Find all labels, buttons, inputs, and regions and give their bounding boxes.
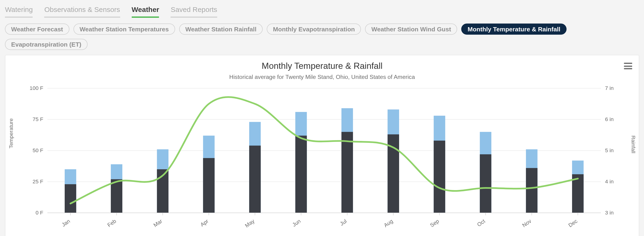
svg-text:Nov: Nov	[521, 218, 533, 228]
svg-text:75 F: 75 F	[32, 116, 43, 122]
y-right-axis-label: Rainfall	[630, 135, 636, 153]
svg-text:5 in: 5 in	[605, 147, 614, 153]
svg-text:6 in: 6 in	[605, 116, 614, 122]
svg-rect-22	[203, 158, 214, 213]
svg-rect-32	[434, 141, 445, 213]
pill-evapotranspiration-et-[interactable]: Evapotranspiration (ET)	[5, 39, 88, 50]
svg-rect-28	[342, 132, 353, 213]
tab-weather[interactable]: Weather	[132, 4, 159, 18]
svg-rect-26	[295, 136, 307, 213]
svg-text:50 F: 50 F	[32, 147, 43, 153]
pill-weather-station-wind-gust[interactable]: Weather Station Wind Gust	[365, 23, 457, 35]
svg-text:Apr: Apr	[199, 218, 210, 228]
tab-saved-reports[interactable]: Saved Reports	[171, 4, 217, 18]
pill-monthly-temperature-rainfall[interactable]: Monthly Temperature & Rainfall	[462, 23, 567, 35]
svg-text:Jan: Jan	[60, 218, 71, 228]
pill-weather-station-rainfall[interactable]: Weather Station Rainfall	[179, 23, 262, 35]
svg-text:4 in: 4 in	[605, 178, 614, 185]
hamburger-icon	[624, 63, 632, 64]
tab-observations-sensors[interactable]: Observations & Sensors	[44, 4, 120, 18]
svg-rect-24	[249, 146, 260, 213]
chart-title: Monthly Temperature & Rainfall	[11, 61, 633, 71]
chart-type-pillbar: Weather ForecastWeather Station Temperat…	[0, 18, 644, 55]
svg-rect-34	[480, 154, 491, 213]
svg-text:3 in: 3 in	[605, 210, 614, 216]
svg-rect-18	[111, 179, 122, 213]
svg-text:Oct: Oct	[476, 218, 486, 228]
svg-rect-16	[65, 184, 76, 213]
svg-text:0 F: 0 F	[36, 210, 43, 216]
svg-rect-36	[526, 168, 537, 213]
chart-menu-button[interactable]	[623, 61, 633, 71]
svg-text:May: May	[244, 218, 256, 229]
chart-subtitle: Historical average for Twenty Mile Stand…	[11, 73, 633, 80]
svg-text:100 F: 100 F	[30, 85, 43, 91]
chart-card: Monthly Temperature & Rainfall Historica…	[5, 55, 639, 236]
svg-text:Mar: Mar	[152, 218, 163, 228]
pill-weather-station-temperatures[interactable]: Weather Station Temperatures	[73, 23, 175, 35]
svg-text:Aug: Aug	[383, 218, 394, 229]
main-tabs: WateringObservations & SensorsWeatherSav…	[0, 0, 644, 18]
chart-svg: 0 F25 F50 F75 F100 F3 in4 in5 in6 in7 in…	[11, 84, 633, 236]
tab-watering[interactable]: Watering	[5, 4, 33, 18]
svg-text:Sep: Sep	[429, 218, 440, 229]
svg-text:25 F: 25 F	[32, 178, 43, 185]
svg-text:7 in: 7 in	[605, 85, 614, 91]
svg-text:Feb: Feb	[106, 218, 117, 228]
y-left-axis-label: Temperature	[8, 118, 14, 148]
svg-text:Dec: Dec	[567, 218, 578, 229]
plot-area: Temperature Rainfall 0 F25 F50 F75 F100 …	[11, 84, 633, 236]
pill-weather-forecast[interactable]: Weather Forecast	[5, 23, 69, 35]
svg-text:Jun: Jun	[291, 218, 302, 228]
svg-text:Jul: Jul	[339, 218, 348, 227]
pill-monthly-evapotranspiration[interactable]: Monthly Evapotranspiration	[267, 23, 361, 35]
